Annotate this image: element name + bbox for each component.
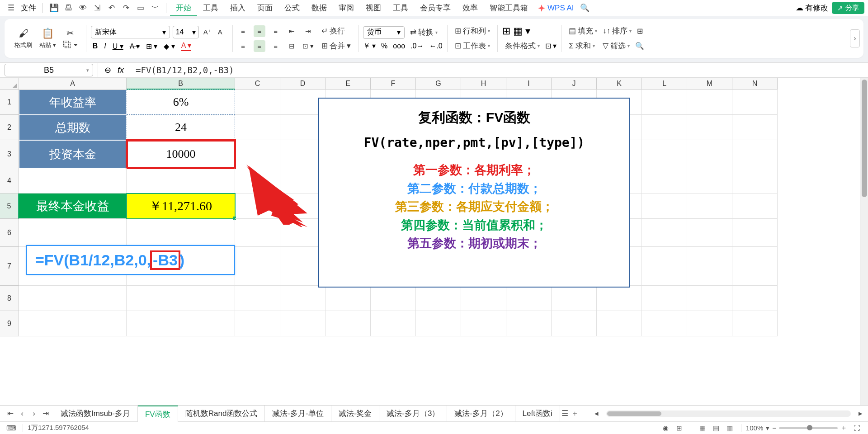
- cell-A2[interactable]: 总期数: [19, 115, 127, 140]
- cell-A9[interactable]: [19, 311, 127, 336]
- tab-tools1[interactable]: 工具: [197, 0, 224, 16]
- cell-D9[interactable]: [280, 311, 326, 336]
- distribute-icon[interactable]: ⊟: [286, 40, 298, 52]
- cell-N9[interactable]: [732, 311, 778, 336]
- cell-A5[interactable]: 最终本金收益: [19, 193, 127, 219]
- sort-button[interactable]: ↓↑排序▾: [600, 25, 634, 37]
- cell-G8[interactable]: [416, 286, 461, 311]
- cell-A6[interactable]: [19, 219, 127, 247]
- cell-K9[interactable]: [597, 311, 642, 336]
- cell-M7[interactable]: [687, 247, 732, 286]
- dec-increase-icon[interactable]: .0→: [410, 42, 424, 50]
- sheet-tab[interactable]: 减法函数Imsub-多月: [53, 406, 138, 422]
- col-header-F[interactable]: F: [371, 78, 416, 90]
- cell-L2[interactable]: [642, 115, 687, 140]
- cell-B1[interactable]: 6%: [127, 90, 235, 115]
- cell-B8[interactable]: [127, 286, 235, 311]
- col-header-N[interactable]: N: [732, 78, 778, 90]
- cancel-icon[interactable]: ⊖: [104, 65, 111, 75]
- view-icon[interactable]: ◉: [661, 423, 671, 433]
- cell-L1[interactable]: [642, 90, 687, 115]
- merge-button[interactable]: ⊞合并 ▾: [319, 40, 354, 52]
- fill-button[interactable]: ▤填充▾: [566, 25, 600, 37]
- page-view-icon[interactable]: ▤: [711, 423, 721, 433]
- row-header-6[interactable]: 6: [0, 219, 19, 247]
- cell-C7[interactable]: [235, 247, 280, 286]
- cell-M1[interactable]: [687, 90, 732, 115]
- increase-font-icon[interactable]: A⁺: [202, 26, 213, 38]
- filter-button[interactable]: ▽筛选▾: [600, 40, 632, 52]
- strikethrough-button[interactable]: A ▾: [130, 42, 140, 51]
- freeze-icon[interactable]: ⊡ ▾: [545, 42, 557, 50]
- cell-L8[interactable]: [642, 286, 687, 311]
- align-left-icon[interactable]: ≡: [237, 40, 249, 52]
- cell-style-icon[interactable]: ▦ ▾: [513, 25, 530, 37]
- cell-F9[interactable]: [371, 311, 416, 336]
- paste-group[interactable]: 📋 粘贴 ▾: [36, 28, 60, 49]
- row-header-3[interactable]: 3: [0, 140, 19, 168]
- underline-button[interactable]: U ▾: [113, 42, 123, 51]
- scrollbar-thumb[interactable]: [607, 411, 661, 416]
- align-top-icon[interactable]: ≡: [237, 25, 249, 37]
- cell-C1[interactable]: [235, 90, 280, 115]
- cell-F8[interactable]: [371, 286, 416, 311]
- cell-K8[interactable]: [597, 286, 642, 311]
- preview-icon[interactable]: 👁: [78, 3, 88, 13]
- zoom-out-icon[interactable]: −: [772, 424, 776, 432]
- first-sheet-icon[interactable]: ⇤: [5, 409, 15, 419]
- worksheet-button[interactable]: ⊡工作表▾: [452, 40, 493, 52]
- cell-L9[interactable]: [642, 311, 687, 336]
- row-header-4[interactable]: 4: [0, 168, 19, 193]
- export-icon[interactable]: ⇲: [92, 3, 102, 13]
- col-header-E[interactable]: E: [326, 78, 371, 90]
- cell-N6[interactable]: [732, 219, 778, 247]
- scroll-left-icon[interactable]: ◂: [592, 409, 602, 419]
- wrap-button[interactable]: ↵换行: [319, 25, 348, 37]
- last-sheet-icon[interactable]: ⇥: [41, 409, 51, 419]
- font-size-select[interactable]: 14▾: [173, 26, 199, 38]
- row-col-button[interactable]: ⊞行和列▾: [452, 25, 493, 37]
- col-header-C[interactable]: C: [235, 78, 280, 90]
- cell-C2[interactable]: [235, 115, 280, 140]
- redo-icon[interactable]: ↷: [121, 3, 131, 13]
- tab-data[interactable]: 数据: [306, 0, 333, 16]
- row-header-1[interactable]: 1: [0, 90, 19, 115]
- col-header-B[interactable]: B: [127, 78, 235, 90]
- italic-button[interactable]: I: [104, 42, 106, 50]
- pagebreak-view-icon[interactable]: ▥: [725, 423, 735, 433]
- scroll-right-icon[interactable]: ▸: [855, 409, 865, 419]
- align-center-icon[interactable]: ≡: [254, 40, 265, 52]
- cell-H9[interactable]: [461, 311, 506, 336]
- sheet-list-icon[interactable]: ☰: [560, 409, 570, 419]
- col-header-K[interactable]: K: [597, 78, 642, 90]
- cell-G9[interactable]: [416, 311, 461, 336]
- cell-A3[interactable]: 投资本金: [19, 140, 127, 168]
- cell-L5[interactable]: [642, 193, 687, 219]
- sheet-tab[interactable]: 减法-多月-单位: [265, 406, 331, 422]
- format-painter-group[interactable]: 🖌 格式刷: [11, 28, 36, 49]
- col-header-M[interactable]: M: [687, 78, 732, 90]
- col-header-A[interactable]: A: [19, 78, 127, 90]
- add-sheet-icon[interactable]: ＋: [570, 409, 580, 419]
- print-icon[interactable]: 🖶: [63, 3, 73, 13]
- dec-decrease-icon[interactable]: ←.0: [429, 42, 442, 50]
- row-header-7[interactable]: 7: [0, 247, 19, 286]
- orientation-icon[interactable]: ⊡ ▾: [302, 40, 314, 52]
- input-mode-icon[interactable]: ⌨: [6, 423, 16, 433]
- sheet-tab[interactable]: 减法-多月（3）: [379, 406, 447, 422]
- cell-M5[interactable]: [687, 193, 732, 219]
- tab-insert[interactable]: 插入: [224, 0, 251, 16]
- cell-I8[interactable]: [506, 286, 552, 311]
- align-right-icon[interactable]: ≡: [270, 40, 282, 52]
- undo-icon[interactable]: ↶: [107, 3, 117, 13]
- row-header-5[interactable]: 5: [0, 193, 19, 219]
- number-format-select[interactable]: 货币▾: [363, 26, 405, 39]
- indent-dec-icon[interactable]: ⇤: [286, 25, 298, 37]
- wps-ai-button[interactable]: WPS AI: [534, 4, 578, 13]
- prev-sheet-icon[interactable]: ‹: [17, 409, 27, 419]
- tab-view[interactable]: 视图: [360, 0, 387, 16]
- cond-format-button[interactable]: 条件格式▾: [502, 40, 542, 52]
- next-sheet-icon[interactable]: ›: [29, 409, 39, 419]
- convert-button[interactable]: ⇄转换▾: [407, 26, 440, 38]
- fill-color-button[interactable]: ◆ ▾: [164, 42, 175, 51]
